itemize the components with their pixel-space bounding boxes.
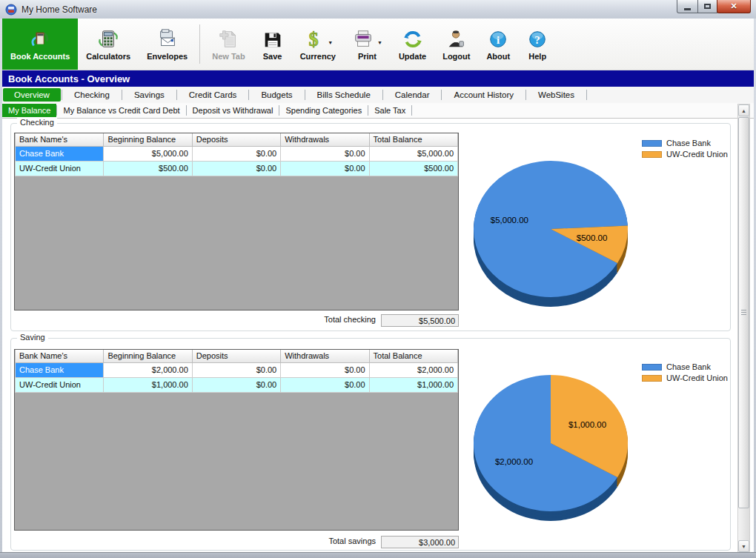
tab-separator — [411, 105, 412, 116]
column-header[interactable]: Deposits — [192, 133, 280, 146]
help-button[interactable]: ? Help — [518, 19, 557, 70]
tab-budgets[interactable]: Budgets — [250, 88, 303, 102]
calculator-icon — [97, 28, 119, 50]
legend-label: UW-Credit Union — [666, 373, 728, 382]
svg-text:$5,000.00: $5,000.00 — [491, 216, 528, 225]
saving-table: Bank Name's Beginning Balance Deposits W… — [14, 349, 459, 531]
total-checking-label: Total checking — [324, 315, 376, 324]
column-header[interactable]: Total Balance — [369, 133, 457, 146]
envelopes-button[interactable]: Envelopes — [139, 19, 196, 70]
save-button[interactable]: Save — [253, 19, 292, 70]
column-header[interactable]: Beginning Balance — [104, 133, 192, 146]
subtab-spending-categories[interactable]: Spending Categories — [279, 104, 368, 117]
book-accounts-icon — [29, 28, 51, 50]
tab-overview[interactable]: Overview — [3, 88, 61, 102]
scroll-up-button[interactable]: ▲ — [738, 104, 749, 116]
currency-dropdown-arrow[interactable]: ▼ — [328, 40, 333, 45]
bank-name-cell[interactable]: UW-Credit Union — [16, 161, 104, 176]
about-button[interactable]: i About — [478, 19, 518, 70]
subtab-balance-vs-credit-card-debt[interactable]: My Balance vs Credit Card Debt — [57, 104, 185, 117]
column-header[interactable]: Deposits — [192, 350, 280, 362]
column-header[interactable]: Withdrawals — [281, 350, 369, 362]
table-row[interactable]: Chase Bank $2,000.00 $0.00 $0.00 $2,000.… — [16, 362, 458, 377]
column-header[interactable]: Beginning Balance — [104, 350, 192, 362]
toolbar: Book Accounts Calculators — [2, 19, 754, 70]
svg-text:$1,000.00: $1,000.00 — [568, 420, 606, 429]
page-title: Book Accounts - Overview — [8, 73, 130, 84]
minimize-button[interactable] — [677, 0, 698, 13]
toolbar-button-label: About — [486, 52, 510, 61]
tab-checking[interactable]: Checking — [63, 88, 121, 102]
window-controls: ✕ — [677, 0, 751, 13]
scrollbar-thumb[interactable] — [738, 117, 749, 508]
close-button[interactable]: ✕ — [717, 0, 751, 13]
calculators-button[interactable]: Calculators — [78, 19, 139, 70]
legend-swatch-chase-bank — [642, 364, 662, 371]
bank-name-cell[interactable]: Chase Bank — [16, 362, 104, 377]
table-row[interactable]: Chase Bank $5,000.00 $0.00 $0.00 $5,000.… — [16, 146, 458, 161]
column-header[interactable]: Total Balance — [369, 350, 457, 362]
column-header[interactable]: Bank Name's — [16, 133, 104, 146]
logout-button[interactable]: Logout — [434, 19, 478, 70]
save-icon — [262, 28, 284, 50]
saving-group-label: Saving — [17, 333, 48, 342]
tab-separator — [586, 90, 587, 100]
toolbar-button-label: Book Accounts — [10, 52, 70, 61]
print-dropdown-arrow[interactable]: ▼ — [377, 40, 382, 45]
update-button[interactable]: Update — [391, 19, 434, 70]
tab-credit-cards[interactable]: Credit Cards — [178, 88, 248, 102]
tab-websites[interactable]: WebSites — [527, 88, 586, 102]
logout-icon — [445, 28, 468, 50]
tab-calendar[interactable]: Calendar — [384, 88, 441, 102]
tab-account-history[interactable]: Account History — [442, 88, 525, 102]
svg-text:$: $ — [309, 29, 319, 50]
scroll-up-icon: ▲ — [741, 108, 746, 113]
tab-separator — [62, 90, 62, 100]
toolbar-button-label: Save — [263, 52, 282, 61]
new-tab-button[interactable]: New Tab — [204, 19, 253, 70]
new-tab-icon — [217, 28, 239, 50]
book-accounts-button[interactable]: Book Accounts — [2, 19, 78, 70]
checking-pie-chart: $5,000.00$500.00 Chase Bank UW-Credit Un… — [460, 130, 732, 327]
main-tab-strip: Overview Checking Savings Credit Cards B… — [2, 87, 754, 103]
tab-bills-schedule[interactable]: Bills Schedule — [306, 88, 382, 102]
subtab-my-balance[interactable]: My Balance — [2, 104, 56, 117]
toolbar-button-label: Help — [528, 52, 546, 61]
withdrawals-cell: $0.00 — [281, 146, 369, 161]
title-bar[interactable]: My Home Software ✕ — [0, 0, 756, 19]
print-button[interactable]: ▼ Print — [344, 19, 391, 70]
tab-separator — [382, 90, 383, 100]
content-panel: Checking Bank Name's Beginning Balance D… — [2, 119, 754, 552]
beginning-balance-cell: $5,000.00 — [104, 146, 192, 161]
svg-text:$500.00: $500.00 — [577, 233, 608, 242]
bank-name-cell[interactable]: UW-Credit Union — [16, 377, 104, 392]
subtab-sale-tax[interactable]: Sale Tax — [368, 104, 411, 117]
bank-name-cell[interactable]: Chase Bank — [16, 146, 104, 161]
tab-separator — [525, 90, 526, 100]
envelopes-icon — [156, 28, 179, 50]
checking-table: Bank Name's Beginning Balance Deposits W… — [14, 133, 459, 310]
currency-button[interactable]: $ ▼ Currency — [292, 19, 344, 70]
legend-item: UW-Credit Union — [642, 373, 728, 382]
close-icon: ✕ — [730, 1, 737, 11]
maximize-button[interactable] — [697, 0, 717, 13]
withdrawals-cell: $0.00 — [281, 161, 369, 176]
checking-total-row: Total checking$5,500.00 — [14, 314, 459, 327]
window-frame-bottom — [0, 552, 756, 558]
toolbar-separator — [199, 24, 200, 64]
table-row[interactable]: UW-Credit Union $1,000.00 $0.00 $0.00 $1… — [16, 377, 458, 392]
saving-pie-chart: $2,000.00$1,000.00 Chase Bank UW-Credit … — [460, 345, 732, 542]
total-checking-field[interactable]: $5,500.00 — [381, 314, 459, 327]
scroll-down-icon: ▼ — [741, 544, 746, 549]
column-header[interactable]: Withdrawals — [281, 133, 369, 146]
tab-savings[interactable]: Savings — [123, 88, 176, 102]
column-header[interactable]: Bank Name's — [16, 350, 104, 362]
scroll-down-button[interactable]: ▼ — [738, 540, 749, 552]
currency-icon: $ — [302, 28, 325, 50]
vertical-scrollbar[interactable]: ▲ ▼ — [737, 104, 750, 553]
total-savings-field[interactable]: $3,000.00 — [381, 536, 459, 548]
update-icon — [402, 28, 424, 50]
table-row[interactable]: UW-Credit Union $500.00 $0.00 $0.00 $500… — [16, 161, 458, 176]
subtab-deposit-vs-withdrawal[interactable]: Deposit vs Withdrawal — [187, 104, 279, 117]
tab-separator — [176, 90, 177, 100]
